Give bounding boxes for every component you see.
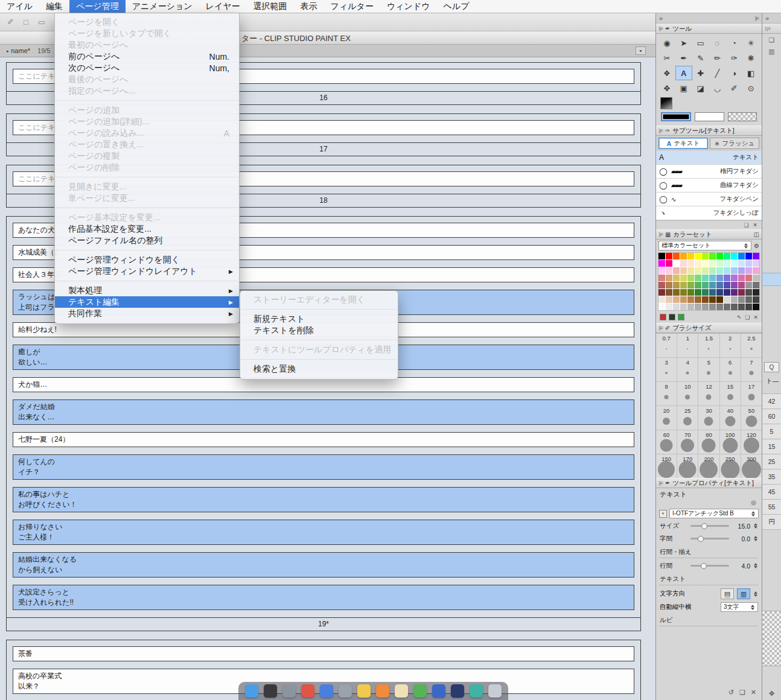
brush-size-cell[interactable]: 40 [720,406,741,430]
menu-item[interactable]: 共同作業 ▶ [55,308,239,319]
dock-app-icon[interactable] [488,684,502,698]
color-swatch[interactable] [695,253,701,259]
tool-button[interactable]: ▭ [692,36,709,50]
color-swatch[interactable] [658,289,665,296]
slider[interactable] [690,565,729,567]
color-swatch[interactable] [666,289,672,296]
selected-item-fragment[interactable] [762,273,781,286]
menu-item[interactable]: 最初のページへ [55,39,239,51]
subtool-item[interactable]: ◯ ▰▰▰ 曲線フキダシ [656,179,762,192]
menu-item[interactable]: テキストを削除 [240,325,398,336]
menu-item[interactable]: 作品基本設定を変更... [55,223,239,235]
menu-item[interactable]: ページの削除 [55,162,239,173]
property-value[interactable]: 4.0 [732,562,750,570]
color-swatch[interactable] [709,253,716,259]
color-swatch[interactable] [724,304,730,310]
color-swatch[interactable] [716,304,723,310]
color-swatch[interactable] [680,260,687,267]
slider[interactable] [690,525,729,527]
menubar-item[interactable]: ウィンドウ [380,0,437,13]
stepper-icon[interactable] [753,521,758,530]
color-swatch[interactable] [724,282,730,288]
brush-size-cell[interactable]: 200 [698,454,719,478]
color-swatch[interactable] [695,304,701,310]
toolbar-icon[interactable]: □ [24,18,28,27]
text-row[interactable]: 茶番 [13,646,634,661]
trash-icon[interactable]: ✕ [751,689,756,696]
brush-size-cell[interactable]: 12 [698,382,719,406]
dock-app-icon[interactable] [282,684,296,698]
color-swatch[interactable] [724,289,730,296]
color-swatch[interactable] [673,282,680,288]
color-swatch[interactable] [731,296,738,303]
brush-size-cell[interactable]: 120 [741,430,762,454]
brush-size-cell[interactable]: 20 [656,406,677,430]
color-swatch[interactable] [738,275,745,281]
brush-size-cell[interactable]: 50 [741,406,762,430]
section-ruby[interactable]: ルビ [660,616,758,626]
color-swatch[interactable] [738,282,745,288]
history-color-chip[interactable] [678,314,684,320]
slider-knob[interactable] [701,563,707,569]
menu-item[interactable]: ページの置き換え... [55,139,239,150]
brush-size-cell[interactable]: 0.7 [656,334,677,357]
color-swatch[interactable] [687,289,694,296]
history-color-chip[interactable] [660,314,666,320]
color-swatch[interactable] [709,267,716,274]
new-page-icon[interactable]: ❏ [744,222,748,228]
subtool-item[interactable]: A テキスト [656,151,762,165]
color-swatch[interactable] [658,282,665,288]
collapse-chevron-icon[interactable]: » [762,13,781,24]
color-swatch[interactable] [731,253,738,259]
menu-item[interactable]: ページの複製 [55,150,239,162]
new-page-icon[interactable]: ❏ [745,314,750,320]
brush-size-cell[interactable]: 17 [741,382,762,406]
section-line-spacing[interactable]: 行間・揃え [660,548,758,558]
text-row[interactable]: お帰りなさい ご主人様！ [13,520,634,545]
color-swatch[interactable] [745,275,752,281]
color-swatch[interactable] [658,296,665,303]
color-swatch[interactable] [687,275,694,281]
text-row[interactable]: 何してんの イチ？ [13,454,634,480]
color-swatch[interactable] [687,253,694,259]
color-swatch[interactable] [709,289,716,296]
menu-item[interactable]: ページ基本設定を変更... [55,212,239,223]
color-swatch[interactable] [753,296,759,303]
tone-value-item[interactable]: 円 [762,515,781,530]
color-swatch[interactable] [753,304,759,310]
menubar-item[interactable]: 編集 [39,0,69,13]
menu-item[interactable]: 新規テキスト [240,313,398,325]
tool-button[interactable]: ◔ [725,36,742,50]
color-swatch[interactable] [738,296,745,303]
brush-size-cell[interactable]: 1 [677,334,698,357]
tool-button[interactable]: ◪ [692,81,709,95]
menubar-item[interactable]: ヘルプ [437,0,476,13]
color-swatch[interactable] [687,304,694,310]
color-swatch[interactable] [673,253,680,259]
history-color-chip[interactable] [669,314,675,320]
color-swatch[interactable] [724,253,730,259]
dock-app-icon[interactable] [339,684,352,698]
menu-item[interactable]: ページファイル名の整列 [55,235,239,246]
tool-button[interactable]: ◡ [709,81,726,95]
color-swatch[interactable] [745,267,752,274]
color-swatch[interactable] [753,282,759,288]
color-swatch[interactable] [687,296,694,303]
tool-button[interactable]: ✏ [709,51,726,65]
color-swatch[interactable] [680,304,687,310]
slider[interactable] [690,538,729,539]
tool-button[interactable]: ✚ [692,66,709,80]
color-swatch[interactable] [680,296,687,303]
tool-button[interactable]: ✐ [725,81,742,95]
menubar-item[interactable]: 表示 [294,0,324,13]
dock-app-icon[interactable] [357,684,371,698]
color-swatch[interactable] [738,253,745,259]
color-swatch[interactable] [666,267,672,274]
menu-item[interactable]: ストーリーエディターを開く [240,294,398,305]
search-icon[interactable]: Q [764,362,779,372]
font-dropdown[interactable]: I-OTFアンチックStd B [669,509,759,518]
brush-size-cell[interactable]: 70 [677,430,698,454]
text-horizontal-button[interactable]: ▤ [721,588,734,599]
tool-settings-icon[interactable]: ◎ [656,499,762,508]
color-swatch[interactable] [745,253,752,259]
